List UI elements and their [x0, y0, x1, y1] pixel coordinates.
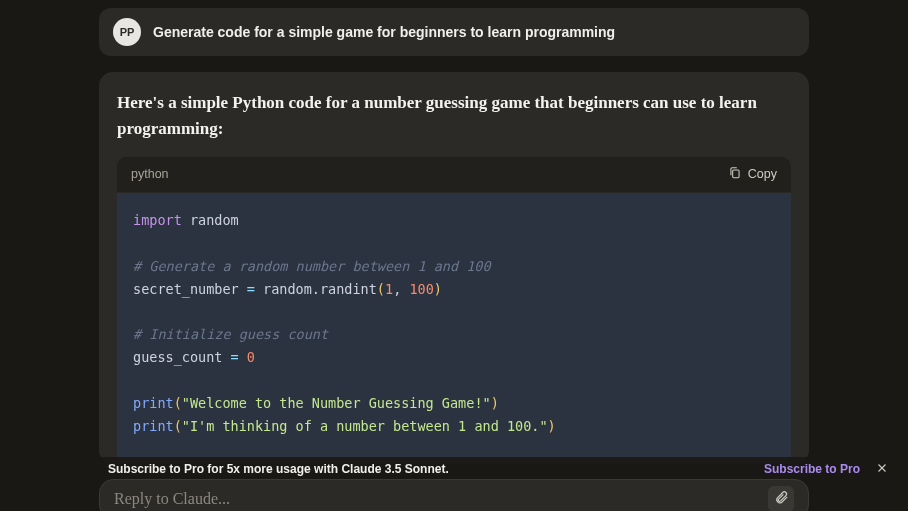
attach-button[interactable]	[768, 486, 794, 511]
copy-label: Copy	[748, 167, 777, 181]
assistant-intro-text: Here's a simple Python code for a number…	[117, 90, 791, 143]
user-prompt-text: Generate code for a simple game for begi…	[153, 24, 615, 40]
close-icon	[876, 462, 888, 477]
code-language-label: python	[131, 167, 169, 181]
svg-rect-0	[732, 170, 738, 178]
assistant-message: Here's a simple Python code for a number…	[99, 72, 809, 464]
avatar: PP	[113, 18, 141, 46]
code-block-header: python Copy	[117, 157, 791, 193]
paperclip-icon	[774, 490, 789, 508]
close-banner-button[interactable]	[874, 461, 890, 477]
upgrade-banner: Subscribe to Pro for 5x more usage with …	[0, 457, 908, 481]
composer[interactable]	[99, 479, 809, 511]
code-block: python Copy import random # Generate a r…	[117, 157, 791, 464]
code-content[interactable]: import random # Generate a random number…	[117, 193, 791, 464]
upgrade-banner-text: Subscribe to Pro for 5x more usage with …	[108, 462, 764, 476]
subscribe-link[interactable]: Subscribe to Pro	[764, 462, 860, 476]
clipboard-icon	[728, 166, 742, 183]
reply-input[interactable]	[114, 490, 768, 508]
copy-button[interactable]: Copy	[728, 166, 777, 183]
user-message: PP Generate code for a simple game for b…	[99, 8, 809, 56]
